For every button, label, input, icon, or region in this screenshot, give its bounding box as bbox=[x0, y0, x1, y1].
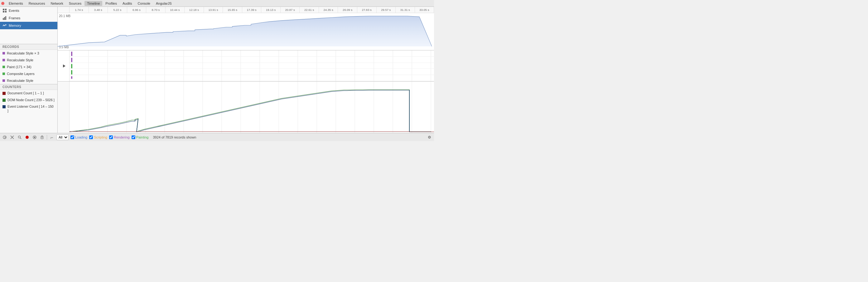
filter-select[interactable]: All bbox=[56, 135, 69, 140]
tab-resources[interactable]: Resources bbox=[26, 1, 48, 6]
filter-loading: Loading bbox=[70, 135, 87, 139]
filter-scripting: Scripting bbox=[89, 135, 107, 139]
record-item-recalc[interactable]: Recalculate Style bbox=[0, 57, 57, 64]
counters-section-label: COUNTERS bbox=[0, 84, 57, 90]
loading-label: Loading bbox=[75, 135, 87, 139]
loading-checkbox[interactable] bbox=[70, 135, 74, 139]
bar-chart-icon bbox=[2, 16, 7, 20]
record-item-label: Recalculate Style bbox=[7, 79, 33, 82]
svg-rect-58 bbox=[34, 137, 35, 138]
counter-item-document[interactable]: Document Count [ 1 – 1 ] bbox=[0, 90, 57, 97]
play-button[interactable] bbox=[63, 64, 65, 68]
svg-rect-6 bbox=[5, 16, 6, 20]
painting-label: Painting bbox=[136, 135, 149, 139]
content-area: 1.74 s 3.48 s 5.22 s 6.96 s 8.70 s 10.44… bbox=[58, 7, 434, 133]
tick-3: 6.96 s bbox=[127, 7, 147, 13]
flame-button[interactable] bbox=[49, 135, 55, 140]
delete-button[interactable] bbox=[39, 135, 45, 140]
wave-icon bbox=[2, 23, 7, 28]
tick-14: 26.09 s bbox=[338, 7, 357, 13]
sidebar-item-events[interactable]: Events bbox=[0, 7, 57, 14]
filter-rendering: Rendering bbox=[109, 135, 130, 139]
svg-rect-61 bbox=[41, 136, 43, 139]
records-timeline bbox=[58, 50, 434, 81]
tick-6: 12.18 s bbox=[185, 7, 204, 13]
tab-angularjs[interactable]: AngularJS bbox=[153, 1, 174, 6]
counter-item-label: DOM Node Count [ 239 – 5026 ] bbox=[7, 98, 55, 102]
scripting-checkbox[interactable] bbox=[89, 135, 93, 139]
painting-checkbox[interactable] bbox=[131, 135, 135, 139]
tab-console[interactable]: Console bbox=[135, 1, 153, 6]
counter-item-dom[interactable]: DOM Node Count [ 239 – 5026 ] bbox=[0, 97, 57, 104]
tick-15: 27.83 s bbox=[357, 7, 377, 13]
sidebar-item-label: Frames bbox=[9, 16, 20, 20]
timeline-ticks: 1.74 s 3.48 s 5.22 s 6.96 s 8.70 s 10.44… bbox=[69, 7, 434, 13]
tab-sources[interactable]: Sources bbox=[66, 1, 84, 6]
record-item-paint[interactable]: Paint (171 × 34) bbox=[0, 64, 57, 70]
tick-9: 17.39 s bbox=[242, 7, 261, 13]
tick-11: 20.87 s bbox=[281, 7, 300, 13]
svg-rect-5 bbox=[4, 17, 5, 20]
svg-line-55 bbox=[20, 138, 21, 139]
counter-item-event[interactable]: Event Listener Count [ 14 – 150 ] bbox=[0, 103, 57, 114]
scripting-label: Scripting bbox=[94, 135, 107, 139]
svg-rect-1 bbox=[5, 9, 6, 10]
filter-painting: Painting bbox=[131, 135, 149, 139]
tick-1: 3.48 s bbox=[89, 7, 108, 13]
tick-18: 33.05 s bbox=[415, 7, 434, 13]
tick-13: 24.35 s bbox=[319, 7, 338, 13]
record-item-composite[interactable]: Composite Layers bbox=[0, 70, 57, 77]
record-item-recalc-3[interactable]: Recalculate Style × 3 bbox=[0, 50, 57, 57]
record-item-label: Recalculate Style × 3 bbox=[7, 51, 39, 55]
sidebar: Events Frames Memory bbox=[0, 7, 58, 133]
bottom-toolbar: All Loading Scripting Rendering Painting… bbox=[0, 133, 434, 141]
tick-5: 10.44 s bbox=[165, 7, 185, 13]
tab-profiles[interactable]: Profiles bbox=[103, 1, 119, 6]
sidebar-item-frames[interactable]: Frames bbox=[0, 14, 57, 22]
records-section: RECORDS Recalculate Style × 3 Recalculat… bbox=[0, 44, 57, 84]
tick-12: 22.61 s bbox=[300, 7, 319, 13]
toolbar-separator bbox=[47, 135, 47, 140]
timeline-header: 1.74 s 3.48 s 5.22 s 6.96 s 8.70 s 10.44… bbox=[58, 7, 434, 13]
memory-chart-svg bbox=[58, 13, 434, 50]
tab-audits[interactable]: Audits bbox=[120, 1, 135, 6]
main-layout: Events Frames Memory bbox=[0, 7, 434, 133]
counter-color-box bbox=[2, 105, 6, 108]
header-offset bbox=[58, 7, 69, 13]
stop-button[interactable] bbox=[32, 135, 37, 140]
top-nav: Elements Resources Network Sources Timel… bbox=[0, 0, 434, 7]
close-button[interactable] bbox=[1, 2, 4, 5]
sidebar-item-memory[interactable]: Memory bbox=[0, 22, 57, 29]
counter-item-label: Document Count [ 1 – 1 ] bbox=[7, 91, 44, 96]
gear-icon: ⚙ bbox=[428, 135, 431, 139]
counter-chart-svg bbox=[69, 81, 434, 133]
tick-7: 13.91 s bbox=[204, 7, 223, 13]
rendering-checkbox[interactable] bbox=[109, 135, 113, 139]
tab-elements[interactable]: Elements bbox=[6, 1, 26, 6]
counter-chart bbox=[58, 81, 434, 133]
record-start-button[interactable] bbox=[24, 135, 30, 140]
tab-timeline[interactable]: Timeline bbox=[85, 1, 102, 6]
grid-icon bbox=[2, 8, 7, 13]
settings-button[interactable]: ⚙ bbox=[427, 135, 432, 140]
record-item-recalc2[interactable]: Recalculate Style bbox=[0, 77, 57, 84]
clear-button[interactable] bbox=[9, 135, 15, 140]
counters-section: COUNTERS Document Count [ 1 – 1 ] DOM No… bbox=[0, 84, 57, 133]
sidebar-item-label: Memory bbox=[9, 24, 21, 27]
tick-8: 15.65 s bbox=[223, 7, 242, 13]
memory-chart: 20.1 MB 3.5 MB bbox=[58, 13, 434, 50]
nav-tabs: Elements Resources Network Sources Timel… bbox=[6, 1, 174, 6]
record-button[interactable] bbox=[2, 135, 7, 140]
tick-4: 8.70 s bbox=[146, 7, 165, 13]
records-section-label: RECORDS bbox=[0, 44, 57, 50]
svg-rect-0 bbox=[3, 9, 4, 10]
counter-color-box bbox=[2, 99, 6, 102]
counter-item-label: Event Listener Count [ 14 – 150 ] bbox=[7, 105, 55, 113]
record-color-dot bbox=[2, 73, 5, 75]
record-color-dot bbox=[2, 79, 5, 82]
search-button[interactable] bbox=[17, 135, 23, 140]
record-item-label: Paint (171 × 34) bbox=[7, 65, 31, 69]
tab-network[interactable]: Network bbox=[48, 1, 65, 6]
record-color-dot bbox=[2, 52, 5, 55]
rendering-label: Rendering bbox=[114, 135, 130, 139]
